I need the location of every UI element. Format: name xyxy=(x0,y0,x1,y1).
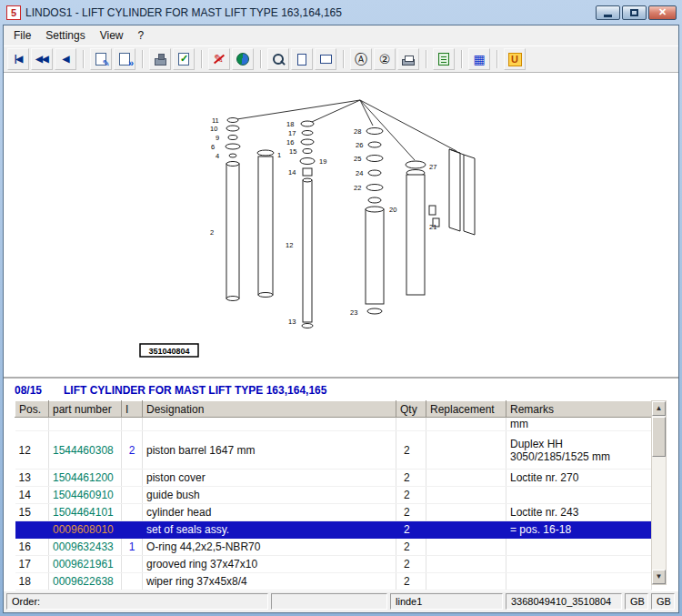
doc-copy-icon xyxy=(119,53,130,66)
user-panel: linde1 xyxy=(390,593,503,610)
menu-help[interactable]: ? xyxy=(131,26,152,45)
cell-pos xyxy=(15,418,49,431)
toolbar-separator xyxy=(343,50,344,68)
callout-number: 14 xyxy=(288,168,296,177)
doc-copy-button[interactable] xyxy=(114,48,135,70)
cell-pos: 12 xyxy=(15,431,49,470)
part-row[interactable]: 141504460910guide bush2 xyxy=(15,487,652,504)
maximize-button[interactable] xyxy=(622,5,647,20)
column-header[interactable]: part number xyxy=(49,401,122,418)
cell-replacement xyxy=(426,539,506,556)
cell-i xyxy=(122,573,143,591)
print-icon xyxy=(402,59,415,66)
part-row[interactable]: 0009608010set of seals assy.2= pos. 16-1… xyxy=(15,521,652,539)
column-header[interactable]: Pos. xyxy=(15,401,49,418)
page-landscape-button[interactable] xyxy=(315,48,336,70)
scroll-down-button[interactable]: ▼ xyxy=(652,570,666,584)
callout-number: 11 xyxy=(212,116,219,125)
cell-designation: grooved ring 37x47x10 xyxy=(143,556,396,573)
cell-pos: 13 xyxy=(15,470,49,487)
scrollbar-thumb[interactable] xyxy=(652,417,666,457)
window-title: LINDOS1 - LIFT CYLINDER FOR MAST LIFT TY… xyxy=(25,6,591,19)
cell-replacement xyxy=(426,418,506,431)
callout-number: 12 xyxy=(286,241,293,249)
minimize-button[interactable] xyxy=(596,5,620,20)
doc-edit-button[interactable] xyxy=(90,48,112,70)
part-row[interactable]: 131504461200piston cover2Loctite nr. 270 xyxy=(15,470,652,487)
cell-qty: 2 xyxy=(396,573,426,591)
part-row[interactable]: 1600096324331O-ring 44,2x2,5-NBR702 xyxy=(15,539,652,556)
nav-first-icon: |◀ xyxy=(15,55,23,64)
scroll-up-button[interactable]: ▲ xyxy=(652,401,666,416)
nav-first-button[interactable]: |◀ xyxy=(7,48,29,70)
cell-i: 2 xyxy=(122,431,143,470)
callout-number: 2 xyxy=(210,228,214,237)
page-portrait-button[interactable] xyxy=(291,48,313,70)
scroll-down-icon: ▼ xyxy=(656,572,663,581)
part-row[interactable]: 170009621961grooved ring 37x47x102 xyxy=(15,556,652,573)
callout-number: 22 xyxy=(354,184,361,192)
cell-designation: guide bush xyxy=(143,487,396,504)
menu-view[interactable]: View xyxy=(93,26,131,45)
callout-number: 1 xyxy=(277,151,281,159)
nav-prev-double-button[interactable]: ◀◀ xyxy=(31,48,53,70)
callout-number: 19 xyxy=(319,157,326,166)
drawing-area[interactable]: 1110964211817161519141213282625242220232… xyxy=(4,73,678,379)
circle-2-button[interactable]: ② xyxy=(374,48,396,70)
cell-replacement xyxy=(426,487,506,504)
globe-button[interactable] xyxy=(232,48,254,70)
notes-button[interactable] xyxy=(433,48,455,70)
cell-qty: 2 xyxy=(396,431,426,470)
column-header[interactable]: Replacement xyxy=(426,401,506,418)
update-icon: U xyxy=(508,53,522,66)
cell-remarks xyxy=(506,556,652,573)
toolbar-separator xyxy=(142,50,143,68)
menu-file[interactable]: File xyxy=(6,26,38,45)
app-icon: 5 xyxy=(6,5,21,20)
cell-pos: 14 xyxy=(15,487,49,504)
cell-part: 1544460308 xyxy=(49,431,122,470)
cell-part: 0009608010 xyxy=(49,521,122,539)
minimize-icon xyxy=(604,15,612,17)
column-header[interactable]: Remarks xyxy=(506,401,652,418)
update-button[interactable]: U xyxy=(504,48,526,70)
callout-number: 13 xyxy=(288,318,296,326)
pen-off-button[interactable] xyxy=(208,48,230,70)
callout-number: 25 xyxy=(354,155,361,163)
column-header[interactable]: Qty xyxy=(396,401,426,418)
titlebar: 5 LINDOS1 - LIFT CYLINDER FOR MAST LIFT … xyxy=(3,0,679,25)
callout-number: 24 xyxy=(356,169,363,177)
part-row[interactable]: 151504464101cylinder head2Loctite nr. 24… xyxy=(15,504,652,521)
cell-replacement xyxy=(426,521,506,539)
column-header[interactable]: Designation xyxy=(143,401,396,418)
nav-prev-icon: ◀ xyxy=(63,55,69,64)
print-button[interactable] xyxy=(397,48,419,70)
parts-table-body: mm1215444603082piston barrel 1647 mm2Dup… xyxy=(15,418,652,591)
part-row[interactable]: 1215444603082piston barrel 1647 mm2Duple… xyxy=(15,431,652,470)
callout-layer: 1110964211817161519141213282625242220232… xyxy=(210,116,436,326)
stamp-button[interactable] xyxy=(149,48,171,70)
nav-prev-double-icon: ◀◀ xyxy=(35,55,47,64)
mosaic-button[interactable]: ▦ xyxy=(468,48,490,70)
window-controls: ✕ xyxy=(596,5,677,20)
circle-a-button[interactable]: Ⓐ xyxy=(350,48,372,70)
close-button[interactable]: ✕ xyxy=(648,5,677,20)
cell-qty: 2 xyxy=(396,556,426,573)
toolbar-separator xyxy=(426,50,426,68)
callout-number: 20 xyxy=(389,206,396,214)
cell-remarks: Loctite nr. 243 xyxy=(506,504,652,521)
part-row[interactable]: mm xyxy=(15,418,652,431)
part-row[interactable]: 180009622638wiper ring 37x45x8/42 xyxy=(15,573,652,591)
zoom-button[interactable] xyxy=(267,48,289,70)
checklist-button[interactable] xyxy=(173,48,195,70)
cell-replacement xyxy=(426,573,506,591)
menu-settings[interactable]: Settings xyxy=(38,26,92,45)
stamp-icon xyxy=(155,58,166,66)
cell-remarks: = pos. 16-18 xyxy=(506,521,652,539)
cell-remarks xyxy=(506,487,652,504)
vertical-scrollbar[interactable]: ▲ ▼ xyxy=(651,400,667,585)
order-panel: Order: xyxy=(6,593,268,610)
close-icon: ✕ xyxy=(658,7,667,17)
column-header[interactable]: I xyxy=(122,401,143,418)
nav-prev-button[interactable]: ◀ xyxy=(55,48,76,70)
